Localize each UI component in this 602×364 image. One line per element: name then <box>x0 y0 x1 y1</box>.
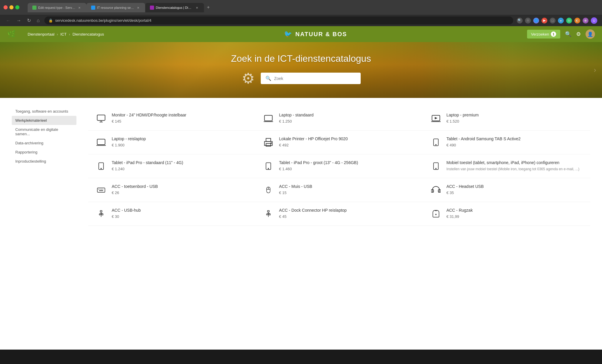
hero-banner: Zoek in de ICT-dienstencatalogus ⚙ 🔍 › <box>0 42 602 98</box>
svg-point-34 <box>267 214 268 215</box>
product-item: Laptop - standaard € 1.250 <box>255 107 423 131</box>
product-name[interactable]: ACC - toetsenbord - USB <box>112 184 248 189</box>
product-name[interactable]: Tablet - iPad Pro - standaard (11" - 4G) <box>112 160 248 165</box>
product-item: Lokale Printer - HP Officejet Pro 9020 €… <box>255 131 423 154</box>
product-info: ACC - USB-hub € 30 <box>112 208 248 219</box>
app: 🌿 Dienstenportaal › ICT › Dienstencatalo… <box>0 26 602 350</box>
sidebar-item-werkplekmaterieel[interactable]: Werkplekmaterieel <box>12 116 76 125</box>
search-icon: 🔍 <box>265 76 271 81</box>
extension-icon-6[interactable]: ◐ <box>574 18 580 24</box>
tab-edit-request[interactable]: Edit request type - Service De... ✕ <box>28 3 86 12</box>
product-icon-tablet2 <box>95 160 107 172</box>
user-avatar[interactable]: 👤 <box>586 29 595 39</box>
product-info: Tablet - iPad Pro - groot (13" - 4G - 25… <box>279 160 416 171</box>
product-name[interactable]: ACC - Rugzak <box>447 208 583 213</box>
svg-rect-7 <box>266 138 271 142</box>
reload-button[interactable]: ↻ <box>26 16 32 24</box>
product-info: Tablet - Android Samsung TAB S Active2 €… <box>447 136 583 147</box>
search-nav-button[interactable]: 🔍 <box>565 31 571 37</box>
browser-actions: 🔍 ☆ 🌐 ▶ □ ● M ◐ ◉ U <box>517 17 597 24</box>
profile-avatar[interactable]: U <box>591 17 597 24</box>
verzoeken-label: Verzoeken <box>531 32 549 36</box>
svg-rect-3 <box>265 115 272 121</box>
product-icon-laptop2 <box>95 136 107 148</box>
product-name[interactable]: ACC - USB-hub <box>112 208 248 213</box>
search-box[interactable]: 🔍 <box>261 73 361 84</box>
extension-icon-5[interactable]: M <box>566 18 572 24</box>
extension-icon-2[interactable]: ▶ <box>541 18 547 24</box>
extension-icon-1[interactable]: 🌐 <box>533 18 539 24</box>
product-name[interactable]: ACC - Muis - USB <box>279 184 416 189</box>
maximize-window-button[interactable] <box>15 5 19 9</box>
logo-icon: 🌿 <box>7 30 16 38</box>
forward-button[interactable]: → <box>15 17 22 24</box>
product-name[interactable]: Tablet - Android Samsung TAB S Active2 <box>447 136 583 141</box>
product-price: € 30 <box>112 214 248 219</box>
tab-close-button[interactable]: ✕ <box>136 5 141 10</box>
sidebar-item-inproductiestelling[interactable]: Inproductiestelling <box>12 157 76 166</box>
product-name[interactable]: Laptop - premium <box>447 113 583 117</box>
sidebar-item-rapportering[interactable]: Rapportering <box>12 148 76 157</box>
gear-icon: ⚙ <box>242 70 255 87</box>
product-item: Tablet - iPad Pro - groot (13" - 4G - 25… <box>255 154 423 178</box>
tab-resource-planning[interactable]: IT resource planning service d... ✕ <box>86 3 145 12</box>
product-name[interactable]: ACC - Dock Connector HP reislaptop <box>279 208 416 213</box>
product-icon-dock <box>262 208 274 220</box>
breadcrumb-separator-2: › <box>69 32 70 36</box>
sidebar-item-communicatie[interactable]: Communicatie en digitale samen... <box>12 125 76 138</box>
product-name[interactable]: Monitor - 24" HDMI/DP/hoogte instelbaar <box>112 113 248 117</box>
product-name[interactable]: Mobiel toestel (tablet, smartphone, iPad… <box>447 160 583 165</box>
svg-point-17 <box>435 168 436 169</box>
brand-name: NATUUR & BOS <box>295 31 347 38</box>
product-item: ACC - USB-hub € 30 <box>88 202 255 226</box>
product-description: Instellen van jouw mobiel toestel (Mobil… <box>447 167 583 172</box>
svg-rect-31 <box>102 214 103 215</box>
product-icon-usb <box>95 208 107 220</box>
extension-icon-3[interactable]: □ <box>550 18 556 24</box>
extension-icon-4[interactable]: ● <box>558 18 564 24</box>
breadcrumb-dienstencatalogus[interactable]: Dienstencatalogus <box>73 32 104 36</box>
minimize-window-button[interactable] <box>9 5 14 9</box>
url-bar[interactable]: 🔒 servicedesk.natuurenbos.be/plugins/ser… <box>44 16 513 24</box>
nav-actions: Verzoeken 1 🔍 ⚙ 👤 <box>527 29 595 39</box>
back-button[interactable]: ← <box>5 17 12 24</box>
close-window-button[interactable] <box>4 5 8 9</box>
tab-favicon <box>150 6 154 10</box>
svg-rect-32 <box>267 211 270 212</box>
tab-close-button[interactable]: ✕ <box>195 5 199 10</box>
product-item: Tablet - Android Samsung TAB S Active2 €… <box>423 131 590 154</box>
sidebar-item-data-archivering[interactable]: Data-archivering <box>12 138 76 148</box>
home-button[interactable]: ⌂ <box>36 17 41 24</box>
product-icon-monitor <box>95 113 107 124</box>
search-action-button[interactable]: 🔍 <box>517 18 523 24</box>
tab-close-button[interactable]: ✕ <box>77 5 82 10</box>
product-name[interactable]: Tablet - iPad Pro - groot (13" - 4G - 25… <box>279 160 416 165</box>
new-tab-button[interactable]: + <box>204 2 213 12</box>
address-bar: ← → ↻ ⌂ 🔒 servicedesk.natuurenbos.be/plu… <box>0 15 602 26</box>
verzoeken-button[interactable]: Verzoeken 1 <box>527 30 560 39</box>
product-info: ACC - Dock Connector HP reislaptop € 45 <box>279 208 416 219</box>
product-info: Laptop - reislaptop € 1.900 <box>112 136 248 147</box>
settings-nav-button[interactable]: ⚙ <box>576 31 581 37</box>
product-item: ACC - Dock Connector HP reislaptop € 45 <box>255 202 423 226</box>
search-input[interactable] <box>274 76 356 81</box>
tab-dienstencatalogus[interactable]: Dienstencatalogus | Diensten... ✕ <box>145 3 204 12</box>
product-item: ACC - Rugzak € 31,99 <box>423 202 590 226</box>
product-name[interactable]: Laptop - reislaptop <box>112 136 248 141</box>
breadcrumb-ict[interactable]: ICT <box>60 32 66 36</box>
lock-icon: 🔒 <box>49 19 53 23</box>
url-text: servicedesk.natuurenbos.be/plugins/servl… <box>55 18 151 23</box>
product-name[interactable]: Lokale Printer - HP Officejet Pro 9020 <box>279 136 416 141</box>
product-icon-keyboard <box>95 184 107 196</box>
product-name[interactable]: Laptop - standaard <box>279 113 416 117</box>
extension-icon-7[interactable]: ◉ <box>583 18 588 24</box>
product-price: € 35 <box>447 191 583 195</box>
svg-point-30 <box>99 214 101 215</box>
sidebar-item-toegang[interactable]: Toegang, software en accounts <box>12 107 76 116</box>
product-icon-backpack <box>430 208 442 220</box>
product-name[interactable]: ACC - Headset USB <box>447 184 583 189</box>
product-price: € 26 <box>112 191 248 195</box>
breadcrumb-dienstenportaal[interactable]: Dienstenportaal <box>28 32 54 36</box>
product-icon-headset <box>430 184 442 196</box>
bookmark-button[interactable]: ☆ <box>525 18 531 24</box>
